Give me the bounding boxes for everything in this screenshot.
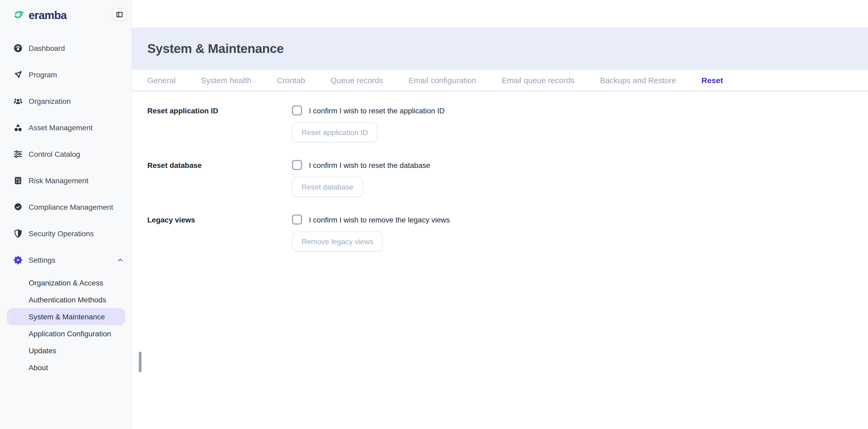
sliders-icon: [13, 150, 23, 159]
gauge-icon: [13, 43, 23, 53]
checklist-icon: [13, 176, 23, 185]
sidebar-item-label: Risk Management: [29, 176, 89, 185]
confirm-checkbox[interactable]: [292, 214, 302, 225]
content-panel: Reset application IDI confirm I wish to …: [132, 92, 868, 269]
sidebar-item-settings[interactable]: Settings: [0, 247, 131, 273]
confirm-label: I confirm I wish to reset the database: [309, 161, 430, 169]
sidebar-subitem-updates[interactable]: Updates: [0, 342, 131, 359]
sidebar-item-dashboard[interactable]: Dashboard: [0, 35, 131, 61]
sidebar-toggle-button[interactable]: [112, 8, 126, 21]
confirm-label: I confirm I wish to reset the applicatio…: [309, 106, 444, 115]
sidebar-item-organization[interactable]: Organization: [0, 88, 131, 114]
sidebar-subitem-system-and-maintenance[interactable]: System & Maintenance: [7, 308, 125, 325]
section-row-reset-database: Reset databaseI confirm I wish to reset …: [147, 160, 868, 197]
row-controls: I confirm I wish to remove the legacy vi…: [292, 214, 450, 252]
app-viewport: eramba DashboardProgramOrganizationAsset…: [0, 0, 868, 429]
tab-email-queue-records[interactable]: Email queue records: [502, 76, 575, 85]
sidebar-item-label: Program: [29, 70, 57, 79]
row-controls: I confirm I wish to reset the applicatio…: [292, 105, 444, 142]
sidebar-item-label: Organization: [29, 97, 71, 105]
badge-check-icon: [13, 202, 23, 212]
confirm-label: I confirm I wish to remove the legacy vi…: [309, 215, 450, 224]
sidebar-item-program[interactable]: Program: [0, 61, 131, 88]
gear-icon: [13, 255, 23, 265]
tab-reset[interactable]: Reset: [701, 76, 723, 85]
reset-application-id-button[interactable]: Reset application ID: [292, 122, 378, 142]
shield-icon: [13, 229, 23, 238]
sidebar-subitem-organization-and-access[interactable]: Organization & Access: [0, 274, 131, 291]
sidebar-subitem-application-configuration[interactable]: Application Configuration: [0, 325, 131, 342]
row-label: Reset application ID: [147, 105, 292, 142]
sidebar-item-label: Compliance Management: [29, 203, 113, 211]
row-controls: I confirm I wish to reset the databaseRe…: [292, 160, 430, 197]
sidebar-item-label: Control Catalog: [29, 150, 80, 158]
tab-queue-records[interactable]: Queue records: [331, 76, 383, 85]
confirm-checkbox[interactable]: [292, 160, 302, 170]
eramba-logo-text: eramba: [29, 9, 66, 22]
tab-email-configuration[interactable]: Email configuration: [409, 76, 476, 85]
shapes-icon: [13, 123, 23, 132]
row-label: Legacy views: [147, 214, 292, 252]
sidebar-subitem-authentication-methods[interactable]: Authentication Methods: [0, 291, 131, 308]
panel-left-icon: [115, 10, 123, 18]
sidebar-item-label: Security Operations: [29, 229, 94, 238]
chevron-up-icon: [117, 256, 124, 264]
eramba-logo-icon: [13, 9, 25, 21]
row-label: Reset database: [147, 160, 292, 197]
remove-legacy-views-button[interactable]: Remove legacy views: [292, 231, 383, 252]
tab-crontab[interactable]: Crontab: [277, 76, 305, 85]
tab-system-health[interactable]: System health: [201, 76, 251, 85]
page-title: System & Maintenance: [147, 41, 284, 56]
section-row-reset-application-id: Reset application IDI confirm I wish to …: [147, 105, 868, 142]
sidebar-subnav: Organization & AccessAuthentication Meth…: [0, 274, 131, 376]
sidebar-item-security-operations[interactable]: Security Operations: [0, 220, 131, 247]
tab-bar: GeneralSystem healthCrontabQueue records…: [132, 70, 868, 92]
sidebar-scrollbar-thumb[interactable]: [139, 352, 142, 372]
sidebar-item-label: Settings: [29, 256, 55, 264]
page-header: System & Maintenance: [132, 28, 868, 70]
top-strip: [132, 0, 868, 28]
users-icon: [13, 96, 23, 106]
confirm-checkbox[interactable]: [292, 105, 302, 116]
tab-general[interactable]: General: [147, 76, 176, 85]
sidebar-item-control-catalog[interactable]: Control Catalog: [0, 141, 131, 167]
program-nodes-icon: [13, 70, 23, 79]
tab-backups-and-restore[interactable]: Backups and Restore: [600, 76, 676, 85]
sidebar-item-label: Dashboard: [29, 44, 65, 53]
sidebar-item-compliance-management[interactable]: Compliance Management: [0, 194, 131, 220]
eramba-logo: eramba: [13, 9, 66, 22]
sidebar-nav: DashboardProgramOrganizationAsset Manage…: [0, 31, 131, 376]
sidebar-subitem-about[interactable]: About: [0, 359, 131, 376]
main-area: System & Maintenance GeneralSystem healt…: [132, 0, 868, 429]
sidebar-item-label: Asset Management: [29, 123, 92, 132]
app-window: eramba DashboardProgramOrganizationAsset…: [0, 0, 868, 429]
sidebar-item-asset-management[interactable]: Asset Management: [0, 114, 131, 141]
reset-database-button[interactable]: Reset database: [292, 177, 363, 197]
sidebar-item-risk-management[interactable]: Risk Management: [0, 167, 131, 194]
sidebar-header: eramba: [0, 0, 131, 31]
sidebar: eramba DashboardProgramOrganizationAsset…: [0, 0, 132, 429]
section-row-legacy-views: Legacy viewsI confirm I wish to remove t…: [147, 214, 868, 252]
